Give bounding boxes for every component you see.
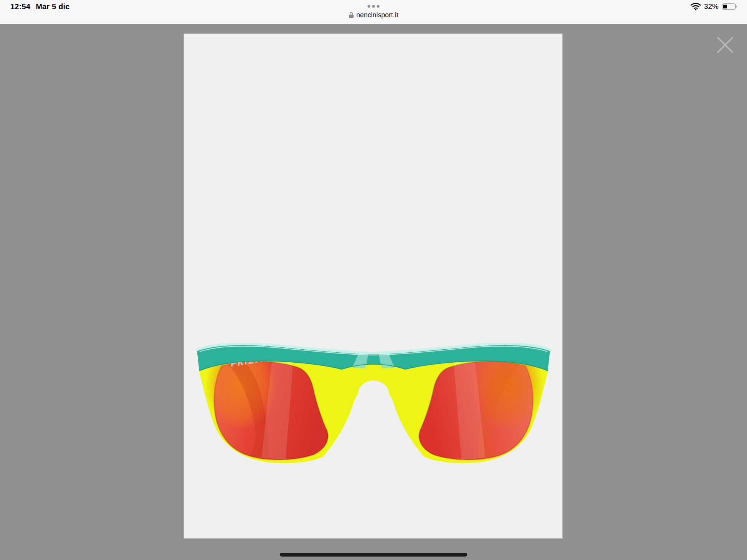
lock-icon <box>349 12 354 18</box>
tab-overview-ellipsis-icon[interactable] <box>368 5 380 8</box>
screen: 12:54 Mar 5 dic nencinisport.it <box>0 0 747 560</box>
address-bar[interactable]: nencinisport.it <box>349 11 398 19</box>
sunglasses-product-image[interactable]: PRIZM <box>196 343 552 466</box>
browser-header: 12:54 Mar 5 dic nencinisport.it <box>0 0 747 24</box>
home-indicator[interactable] <box>280 553 467 557</box>
close-icon[interactable] <box>716 35 735 55</box>
battery-percent-label: 32% <box>704 2 719 11</box>
status-left: 12:54 Mar 5 dic <box>10 2 70 11</box>
battery-icon <box>722 3 738 10</box>
status-time: 12:54 <box>10 2 30 11</box>
status-date: Mar 5 dic <box>36 2 70 11</box>
status-right: 32% <box>691 2 738 11</box>
url-text: nencinisport.it <box>356 11 398 19</box>
wifi-icon <box>691 3 701 10</box>
